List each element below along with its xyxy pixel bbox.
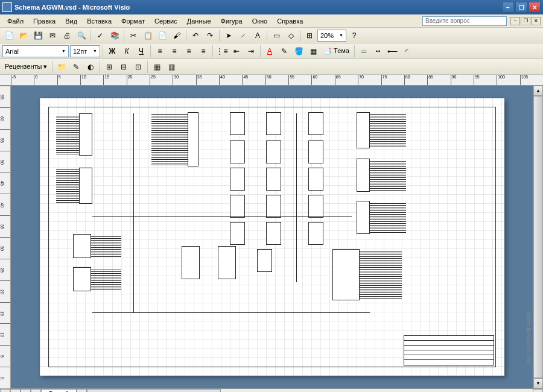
line-color-icon[interactable]: ✎ xyxy=(278,45,291,58)
new-icon[interactable]: 📄 xyxy=(2,29,16,42)
ink-icon[interactable]: ✎ xyxy=(69,60,83,74)
scroll-down-icon[interactable]: ▼ xyxy=(533,378,543,388)
ic-chip[interactable] xyxy=(357,112,370,148)
line-weight-icon[interactable]: ═ xyxy=(357,45,370,58)
eraser-icon[interactable]: ◐ xyxy=(84,60,97,74)
justify-icon[interactable]: ≡ xyxy=(197,45,210,58)
line-ends-icon[interactable]: ⟵ xyxy=(386,45,399,58)
align-left-icon[interactable]: ≡ xyxy=(153,45,167,58)
font-color-icon[interactable]: A xyxy=(263,45,276,58)
ic-chip[interactable] xyxy=(230,112,245,135)
bullets-icon[interactable]: ⋮≡ xyxy=(215,45,229,58)
copy-icon[interactable]: 📋 xyxy=(141,29,154,42)
ic-chip[interactable] xyxy=(308,222,323,245)
canvas[interactable]: nkram.livejournal.com xyxy=(11,86,533,388)
reviewing-pane-icon[interactable]: ▦ xyxy=(150,60,164,74)
ic-chip[interactable] xyxy=(188,112,198,166)
rectangle-icon[interactable]: ▭ xyxy=(270,29,283,42)
menu-data[interactable]: Данные xyxy=(182,16,216,26)
title-block[interactable] xyxy=(404,335,494,365)
zoom-dropdown[interactable]: 20%▼ xyxy=(317,30,346,42)
ic-chip[interactable] xyxy=(79,113,92,156)
horizontal-ruler[interactable]: -505101520253035404550556065707580859095… xyxy=(0,75,543,86)
ic-chip[interactable] xyxy=(230,222,245,245)
track-markup-icon[interactable]: ⊞ xyxy=(103,60,116,74)
reviewers-dropdown[interactable]: Рецензенты ▾ xyxy=(2,63,49,71)
menu-window[interactable]: Окно xyxy=(247,16,273,26)
decrease-indent-icon[interactable]: ⇤ xyxy=(230,45,243,58)
ic-chip[interactable] xyxy=(332,249,360,300)
save-icon[interactable]: 💾 xyxy=(31,29,45,42)
ic-chip[interactable] xyxy=(266,168,281,191)
drawing-page[interactable] xyxy=(40,98,504,376)
italic-icon[interactable]: К xyxy=(120,45,133,58)
font-dropdown[interactable]: Arial▼ xyxy=(2,45,69,57)
corner-rounding-icon[interactable]: ◜ xyxy=(401,45,414,58)
spelling-icon[interactable]: ✓ xyxy=(94,29,107,42)
cut-icon[interactable]: ✂ xyxy=(127,29,140,42)
connector-icon[interactable]: ⟋ xyxy=(237,29,250,42)
menu-view[interactable]: Вид xyxy=(60,16,82,26)
print-icon[interactable]: 🖨 xyxy=(60,29,74,42)
vertical-scrollbar[interactable]: ▲ ▼ xyxy=(533,86,543,388)
new-comment-icon[interactable]: 📁 xyxy=(55,60,68,74)
help-icon[interactable]: ? xyxy=(348,29,361,42)
align-right-icon[interactable]: ≡ xyxy=(182,45,195,58)
vertical-ruler[interactable]: 65605550454035302520151050 xyxy=(0,86,11,388)
undo-icon[interactable]: ↶ xyxy=(189,29,202,42)
menu-service[interactable]: Сервис xyxy=(150,16,182,26)
email-icon[interactable]: ✉ xyxy=(46,29,59,42)
hscroll-thumb[interactable] xyxy=(87,389,221,392)
font-size-dropdown[interactable]: 12пт▼ xyxy=(70,45,100,57)
minimize-button[interactable]: − xyxy=(502,2,514,13)
doc-minimize-button[interactable]: − xyxy=(510,17,520,25)
ic-chip[interactable] xyxy=(182,246,200,279)
ic-chip[interactable] xyxy=(308,168,323,191)
first-page-icon[interactable]: ⏮ xyxy=(0,389,10,392)
doc-restore-button[interactable]: ❐ xyxy=(521,17,530,25)
ic-chip[interactable] xyxy=(73,267,91,291)
text-icon[interactable]: A xyxy=(251,29,264,42)
ic-chip[interactable] xyxy=(357,201,370,234)
paste-icon[interactable]: 📄 xyxy=(156,29,169,42)
format-painter-icon[interactable]: 🖌 xyxy=(170,29,183,42)
pointer-icon[interactable]: ➤ xyxy=(222,29,235,42)
align-center-icon[interactable]: ≡ xyxy=(168,45,181,58)
horizontal-scrollbar[interactable]: ◀ ▶ xyxy=(77,389,543,392)
menu-file[interactable]: Файл xyxy=(2,16,28,26)
stamp-icon[interactable]: ⊞ xyxy=(303,29,316,42)
help-search-input[interactable] xyxy=(422,16,507,26)
redo-icon[interactable]: ↷ xyxy=(203,29,217,42)
ic-chip[interactable] xyxy=(266,141,281,163)
bold-icon[interactable]: Ж xyxy=(106,45,119,58)
ic-chip[interactable] xyxy=(308,195,323,218)
previous-markup-icon[interactable]: ⊟ xyxy=(117,60,130,74)
ic-chip[interactable] xyxy=(357,159,370,192)
shapes-icon[interactable]: ◇ xyxy=(284,29,297,42)
ic-chip[interactable] xyxy=(230,168,245,191)
menu-help[interactable]: Справка xyxy=(272,16,308,26)
open-icon[interactable]: 📂 xyxy=(17,29,30,42)
ic-chip[interactable] xyxy=(266,112,281,135)
scroll-track[interactable] xyxy=(533,96,543,378)
research-icon[interactable]: 📚 xyxy=(108,29,121,42)
next-page-icon[interactable]: ▶ xyxy=(21,389,31,392)
shadow-icon[interactable]: ▦ xyxy=(306,45,320,58)
menu-insert[interactable]: Вставка xyxy=(82,16,116,26)
next-markup-icon[interactable]: ⊡ xyxy=(132,60,145,74)
ic-chip[interactable] xyxy=(230,141,245,163)
line-pattern-icon[interactable]: ┅ xyxy=(372,45,385,58)
ic-chip[interactable] xyxy=(79,168,92,204)
page-tab[interactable]: Page-1 xyxy=(41,389,77,392)
ic-chip[interactable] xyxy=(257,249,272,272)
underline-icon[interactable]: Ч xyxy=(135,45,148,58)
fill-color-icon[interactable]: 🪣 xyxy=(292,45,305,58)
delete-markup-icon[interactable]: ▥ xyxy=(165,60,178,74)
ic-chip[interactable] xyxy=(218,246,236,279)
ic-chip[interactable] xyxy=(73,234,91,258)
preview-icon[interactable]: 🔍 xyxy=(75,29,88,42)
last-page-icon[interactable]: ⏭ xyxy=(31,389,41,392)
scroll-left-icon[interactable]: ◀ xyxy=(77,389,87,392)
menu-edit[interactable]: Правка xyxy=(28,16,60,26)
increase-indent-icon[interactable]: ⇥ xyxy=(244,45,258,58)
